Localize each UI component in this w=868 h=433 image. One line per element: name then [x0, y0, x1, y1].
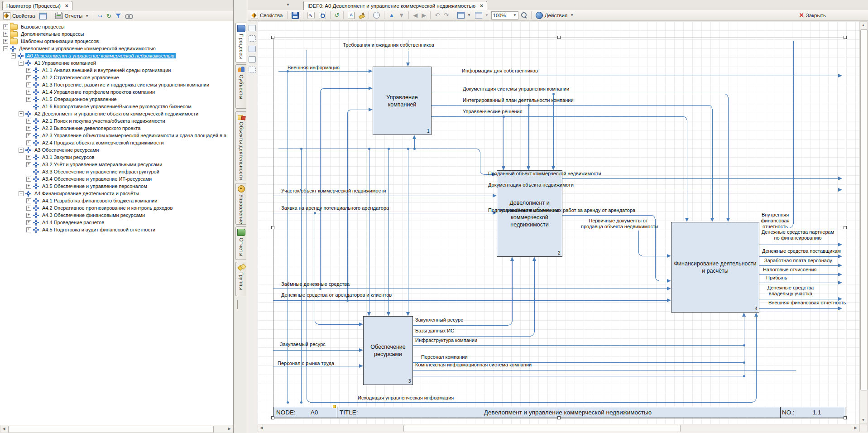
expand-icon[interactable]: +	[26, 198, 31, 203]
tree-item[interactable]: +Базовые процессы	[0, 23, 233, 30]
selection-handle[interactable]	[844, 416, 847, 419]
filter-button[interactable]	[114, 13, 122, 19]
tree-item[interactable]: +A1.4 Управление портфелем проектов комп…	[0, 88, 233, 96]
tree-item[interactable]: +A4.3 Обеспечение финансовыми ресурсами	[0, 212, 233, 219]
tree-item[interactable]: +A3.4 Обеспечение и управление ИТ-ресурс…	[0, 175, 233, 183]
expand-icon[interactable]: +	[26, 220, 31, 225]
scroll-down-arrow-icon[interactable]: ▼	[860, 417, 867, 423]
page-icon[interactable]	[237, 301, 238, 309]
scroll-left-arrow-icon[interactable]: ◀	[258, 424, 265, 431]
tree-horizontal-scrollbar[interactable]: ◀ ▶	[0, 425, 233, 433]
shape-tool-icon[interactable]	[249, 56, 256, 63]
expand-icon[interactable]: +	[26, 206, 31, 211]
function-box-3[interactable]: Обеспечение ресурсами	[363, 316, 413, 385]
scroll-left-arrow-icon[interactable]: ◀	[0, 425, 7, 432]
side-tab-2[interactable]: Субъекты	[235, 64, 246, 109]
selection-handle[interactable]	[271, 226, 274, 229]
tree-item[interactable]: +A4.1 Разработка финансового бюджета ком…	[0, 197, 233, 204]
tree-item[interactable]: +A2.4 Продажа объекта коммерческой недви…	[0, 139, 233, 146]
expand-icon[interactable]: +	[26, 97, 31, 102]
properties-button[interactable]: Свойства	[249, 11, 284, 19]
window-split-button[interactable]: ▼	[456, 11, 472, 19]
tree-item[interactable]: –A0 Девелопмент и управление коммерческо…	[0, 52, 233, 59]
diagram-horizontal-scrollbar[interactable]: ◀ ▶	[258, 424, 859, 432]
collapse-icon[interactable]: –	[19, 111, 24, 116]
reports-button[interactable]: Отчеты ▼	[54, 12, 91, 19]
undo-doc-button[interactable]: ↺	[333, 12, 341, 19]
side-tab-1[interactable]: Процессы	[235, 23, 246, 63]
move-down-button[interactable]: ▼	[397, 12, 406, 19]
selection-handle[interactable]	[844, 226, 847, 229]
expand-icon[interactable]: +	[26, 177, 31, 182]
tree-item[interactable]: A1.6 Корпоративное управление/Высшее рук…	[0, 103, 233, 110]
scrollbar-thumb[interactable]	[403, 425, 681, 432]
expand-icon[interactable]: +	[26, 68, 31, 73]
collapse-icon[interactable]: –	[19, 148, 24, 153]
close-icon[interactable]: ×	[480, 3, 483, 9]
move-up-button[interactable]: ▲	[387, 12, 396, 19]
selection-handle[interactable]	[333, 405, 336, 408]
close-diagram-button[interactable]: ✕ Закрыть	[798, 11, 827, 19]
expand-icon[interactable]: +	[26, 126, 31, 131]
tree-item[interactable]: –A1 Управление компанией	[0, 59, 233, 67]
format-brush-button[interactable]	[357, 12, 366, 19]
selection-handle[interactable]	[557, 416, 561, 419]
expand-icon[interactable]: +	[26, 140, 31, 145]
tree-item[interactable]: –A4 Финансирование деятельности и расчёт…	[0, 190, 233, 197]
selection-handle[interactable]	[271, 416, 274, 419]
diagram-vertical-scrollbar[interactable]: ▲ ▼	[859, 21, 868, 424]
tree-item[interactable]: +A2.2 Выполнение девелоперского проекта	[0, 125, 233, 132]
scroll-right-arrow-icon[interactable]: ▶	[852, 424, 859, 431]
selection-handle[interactable]	[844, 36, 847, 39]
scrollbar-thumb[interactable]	[860, 29, 868, 390]
expand-icon[interactable]: +	[26, 162, 31, 167]
tree-item[interactable]: +A4.2 Оперативное прогнозирование и конт…	[0, 204, 233, 212]
expand-icon[interactable]: +	[3, 32, 8, 37]
window-layout-button[interactable]: ▼	[474, 11, 490, 19]
text-block-button[interactable]	[346, 11, 356, 19]
frame-tool-icon[interactable]	[249, 25, 256, 31]
show-names-button[interactable]	[317, 11, 327, 19]
zoom-tool-button[interactable]	[520, 12, 528, 19]
tab-list-dropdown[interactable]: ▼	[286, 3, 290, 7]
actions-button[interactable]: Действия ▼	[534, 11, 575, 19]
save-button[interactable]	[290, 11, 300, 19]
side-tab-6[interactable]: Группы	[235, 262, 246, 296]
scrollbar-thumb[interactable]	[8, 426, 214, 433]
next-diagram-button[interactable]: ↷	[442, 12, 450, 19]
tree-item[interactable]: +A1.2 Стратегическое управление	[0, 74, 233, 81]
collapse-icon[interactable]: –	[3, 46, 8, 51]
expand-icon[interactable]: +	[3, 24, 8, 29]
tree-item[interactable]: +A1.5 Операционное управление	[0, 96, 233, 103]
tree-item[interactable]: +Шаблоны организации процессов	[0, 38, 233, 45]
selection-handle[interactable]	[557, 36, 561, 39]
expand-icon[interactable]: +	[26, 155, 31, 160]
tree-item[interactable]: +A4.5 Подготовка и аудит финансовой отче…	[0, 226, 233, 233]
tree-item[interactable]: +A4.4 Проведение расчетов	[0, 219, 233, 226]
tree-item[interactable]: +A2.3 Управление объектом коммерческой н…	[0, 132, 233, 139]
go-to-button[interactable]: ↪	[96, 13, 104, 19]
tree-item[interactable]: +A1.3 Построение, развитие и поддержка с…	[0, 81, 233, 88]
collapse-icon[interactable]: –	[19, 191, 24, 196]
tab-idef0-diagram[interactable]: IDEF0: A0 Девелопмент и управление комме…	[303, 1, 487, 10]
nav-forward-button[interactable]: ▶	[420, 12, 427, 19]
expand-icon[interactable]: +	[26, 90, 31, 95]
expand-icon[interactable]: +	[26, 184, 31, 189]
expand-icon[interactable]: +	[26, 82, 31, 87]
link-button[interactable]	[124, 13, 134, 19]
tree-item[interactable]: –A3 Обеспечение ресурсами	[0, 146, 233, 154]
tree-item[interactable]: +A1.1 Анализ внешней и внутренней среды …	[0, 67, 233, 74]
history-button[interactable]	[372, 11, 381, 19]
properties-button[interactable]: Свойства	[2, 12, 37, 20]
nav-back-button[interactable]: ◀	[412, 12, 419, 19]
connector-tool-icon[interactable]	[249, 67, 256, 73]
window-mode-button[interactable]	[38, 12, 48, 20]
tree-item[interactable]: –Девелопмент и управление коммерческой н…	[0, 45, 233, 52]
expand-icon[interactable]: +	[26, 133, 31, 138]
expand-icon[interactable]: +	[26, 213, 31, 218]
tree-item[interactable]: +A3.5 Обеспечение и управление персонало…	[0, 183, 233, 190]
selection-handle[interactable]	[271, 36, 274, 39]
close-icon[interactable]: ×	[65, 3, 68, 9]
scroll-up-arrow-icon[interactable]: ▲	[860, 22, 867, 29]
expand-icon[interactable]: +	[26, 75, 31, 80]
